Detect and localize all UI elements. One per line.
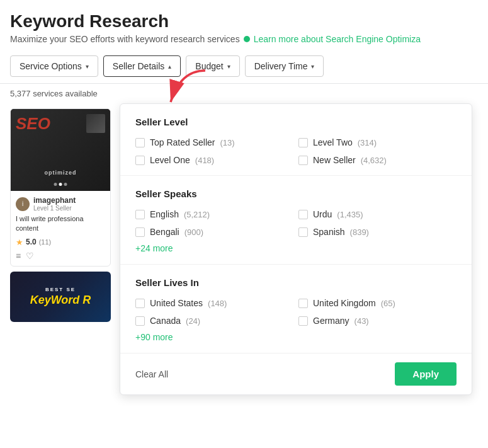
new-seller-label: New Seller bbox=[313, 155, 356, 165]
service-options-button[interactable]: Service Options ▾ bbox=[10, 55, 98, 77]
level-two-item[interactable]: Level Two (314) bbox=[298, 137, 457, 147]
page-title: Keyword Research bbox=[10, 11, 478, 32]
seller-details-button[interactable]: Seller Details ▴ bbox=[103, 55, 181, 77]
service-card-1: SEO optimized i imagephant bbox=[10, 108, 111, 267]
card-actions: ≡ ♡ bbox=[16, 251, 105, 261]
star-icon: ★ bbox=[16, 238, 23, 247]
menu-icon[interactable]: ≡ bbox=[16, 251, 21, 261]
level-two-label: Level Two bbox=[313, 137, 353, 147]
delivery-time-button[interactable]: Delivery Time ▾ bbox=[245, 55, 324, 77]
top-rated-seller-checkbox[interactable] bbox=[135, 138, 145, 147]
spanish-count: (839) bbox=[350, 227, 369, 237]
card-rating: ★ 5.0 (11) bbox=[16, 238, 105, 247]
seller-info: i imagephant Level 1 Seller bbox=[16, 196, 105, 212]
urdu-item[interactable]: Urdu (1,435) bbox=[298, 209, 457, 219]
level-one-count: (418) bbox=[195, 156, 214, 165]
clear-all-button[interactable]: Clear All bbox=[135, 369, 168, 379]
top-rated-seller-count: (13) bbox=[220, 138, 235, 147]
card-title: I will write professiona content bbox=[16, 214, 105, 234]
card-area: SEO optimized i imagephant bbox=[0, 103, 116, 327]
bengali-checkbox[interactable] bbox=[135, 227, 145, 237]
avatar: i bbox=[16, 197, 30, 211]
subtitle-text: Maximize your SEO efforts with keyword r… bbox=[10, 34, 240, 44]
urdu-checkbox[interactable] bbox=[298, 210, 308, 219]
level-one-label: Level One bbox=[150, 155, 190, 165]
seller-level-label: Level 1 Seller bbox=[33, 205, 76, 212]
level-one-item[interactable]: Level One (418) bbox=[135, 155, 293, 165]
dot-2 bbox=[59, 183, 62, 186]
germany-checkbox[interactable] bbox=[298, 316, 308, 326]
services-count: 5,377 services available bbox=[0, 84, 488, 103]
page-header: Keyword Research Maximize your SEO effor… bbox=[0, 0, 488, 49]
panel-footer: Clear All Apply bbox=[120, 353, 472, 394]
green-dot-icon bbox=[244, 36, 250, 42]
seo-label: SEO bbox=[16, 114, 50, 133]
english-item[interactable]: English (5,212) bbox=[135, 209, 293, 219]
english-label: English bbox=[150, 209, 179, 219]
united-kingdom-item[interactable]: United Kingdom (65) bbox=[298, 298, 457, 308]
lives-more-link[interactable]: +90 more bbox=[135, 332, 173, 342]
seller-speaks-grid: English (5,212) Urdu (1,435) Bengali (90… bbox=[135, 209, 457, 237]
new-seller-item[interactable]: New Seller (4,632) bbox=[298, 155, 457, 165]
level-one-checkbox[interactable] bbox=[135, 156, 145, 165]
apply-button[interactable]: Apply bbox=[395, 362, 457, 386]
speaks-more-link[interactable]: +24 more bbox=[135, 243, 173, 253]
best-se-label: BEST SE bbox=[30, 287, 91, 292]
urdu-label: Urdu bbox=[313, 209, 332, 219]
new-seller-checkbox[interactable] bbox=[298, 156, 308, 165]
germany-item[interactable]: Germany (43) bbox=[298, 316, 457, 326]
main-content: SEO optimized i imagephant bbox=[0, 103, 488, 327]
bengali-label: Bengali bbox=[150, 227, 179, 237]
canada-item[interactable]: Canada (24) bbox=[135, 316, 293, 326]
urdu-count: (1,435) bbox=[337, 210, 363, 219]
united-kingdom-checkbox[interactable] bbox=[298, 299, 308, 308]
seller-lives-title: Seller Lives In bbox=[135, 277, 457, 288]
united-kingdom-count: (65) bbox=[381, 299, 395, 308]
top-rated-seller-label: Top Rated Seller bbox=[150, 137, 215, 147]
rating-count: (11) bbox=[39, 238, 52, 246]
seller-lives-grid: United States (148) United Kingdom (65) … bbox=[135, 298, 457, 326]
rating-value: 5.0 bbox=[26, 238, 37, 246]
chevron-down-icon: ▾ bbox=[86, 63, 89, 70]
seller-name: imagephant bbox=[33, 196, 76, 205]
united-states-count: (148) bbox=[208, 299, 227, 308]
heart-icon[interactable]: ♡ bbox=[26, 251, 34, 261]
top-rated-seller-item[interactable]: Top Rated Seller (13) bbox=[135, 137, 293, 147]
level-two-count: (314) bbox=[358, 138, 377, 147]
bengali-count: (900) bbox=[184, 227, 203, 237]
card2-content: BEST SE KeyWord R bbox=[28, 284, 94, 309]
dot-1 bbox=[54, 183, 57, 186]
united-states-checkbox[interactable] bbox=[135, 299, 145, 308]
germany-count: (43) bbox=[355, 316, 369, 326]
united-kingdom-label: United Kingdom bbox=[313, 298, 376, 308]
seller-speaks-title: Seller Speaks bbox=[135, 188, 457, 199]
canada-checkbox[interactable] bbox=[135, 316, 145, 326]
seller-level-section: Seller Level Top Rated Seller (13) Level… bbox=[120, 104, 472, 176]
service-card-2: BEST SE KeyWord R bbox=[10, 272, 111, 322]
united-states-label: United States bbox=[150, 298, 203, 308]
level-two-checkbox[interactable] bbox=[298, 138, 308, 147]
learn-more-link[interactable]: Learn more about Search Engine Optimiza bbox=[254, 34, 421, 44]
seller-details-dropdown: Seller Level Top Rated Seller (13) Level… bbox=[120, 103, 472, 395]
united-states-item[interactable]: United States (148) bbox=[135, 298, 293, 308]
budget-button[interactable]: Budget ▾ bbox=[186, 55, 239, 77]
card-image-dots bbox=[54, 183, 67, 186]
seller-lives-section: Seller Lives In United States (148) Unit… bbox=[120, 265, 472, 353]
seller-details: imagephant Level 1 Seller bbox=[33, 196, 76, 212]
english-checkbox[interactable] bbox=[135, 210, 145, 219]
card-image-subtitle: optimized bbox=[45, 169, 77, 176]
spanish-checkbox[interactable] bbox=[298, 227, 308, 237]
dot-3 bbox=[64, 183, 67, 186]
chevron-down-icon: ▾ bbox=[311, 63, 314, 70]
chevron-up-icon: ▴ bbox=[168, 63, 171, 70]
bengali-item[interactable]: Bengali (900) bbox=[135, 227, 293, 237]
new-seller-count: (4,632) bbox=[361, 156, 387, 165]
keyword-research-label: KeyWord R bbox=[30, 294, 91, 307]
canada-label: Canada bbox=[150, 316, 181, 326]
seller-level-grid: Top Rated Seller (13) Level Two (314) Le… bbox=[135, 137, 457, 165]
card-image: SEO optimized bbox=[11, 109, 110, 191]
page-subtitle: Maximize your SEO efforts with keyword r… bbox=[10, 34, 478, 44]
spanish-item[interactable]: Spanish (839) bbox=[298, 227, 457, 237]
filters-bar: Service Options ▾ Seller Details ▴ Budge… bbox=[0, 49, 488, 84]
chevron-down-icon: ▾ bbox=[227, 63, 230, 70]
